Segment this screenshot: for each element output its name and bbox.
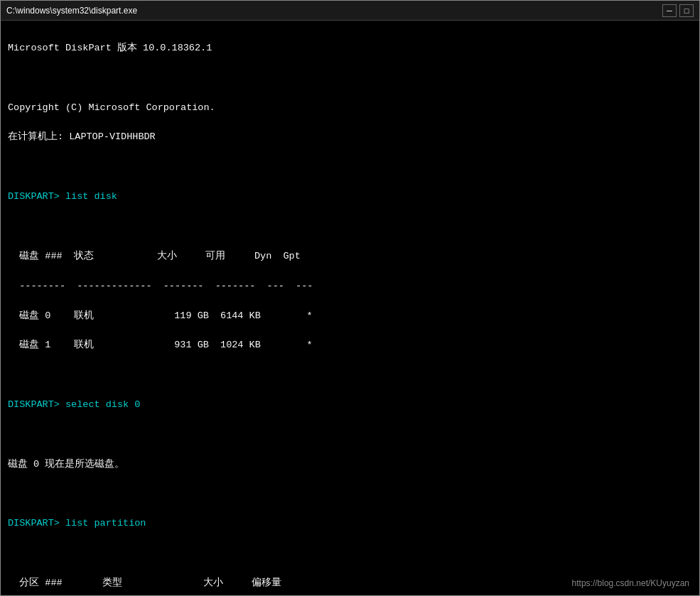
titlebar: C:\windows\system32\diskpart.exe ─ □ xyxy=(1,1,699,21)
disk-selected-line: 磁盘 0 现在是所选磁盘。 xyxy=(8,457,692,472)
cmd1-line: DISKPART> list disk xyxy=(8,190,692,205)
window-title: C:\windows\system32\diskpart.exe xyxy=(6,6,137,16)
maximize-button[interactable]: □ xyxy=(679,4,694,17)
disk1-line: 磁盘 1 联机 931 GB 1024 KB * xyxy=(8,338,692,353)
cmd2-line: DISKPART> select disk 0 xyxy=(8,398,692,413)
empty-line5 xyxy=(8,428,692,443)
empty-line6 xyxy=(8,487,692,502)
disk0-line: 磁盘 0 联机 119 GB 6144 KB * xyxy=(8,309,692,324)
empty-line7 xyxy=(8,546,692,561)
empty-line3 xyxy=(8,220,692,234)
copyright-line: Copyright (C) Microsoft Corporation. xyxy=(8,101,692,116)
minimize-button[interactable]: ─ xyxy=(662,4,677,17)
window: C:\windows\system32\diskpart.exe ─ □ Mic… xyxy=(0,0,700,596)
disk-separator-line: -------- ------------- ------- ------- -… xyxy=(8,279,692,294)
version-line: Microsoft DiskPart 版本 10.0.18362.1 xyxy=(8,41,692,56)
empty-line2 xyxy=(8,160,692,175)
terminal-content: Microsoft DiskPart 版本 10.0.18362.1 Copyr… xyxy=(8,26,692,595)
watermark: https://blog.csdn.net/KUyuyzan xyxy=(572,578,689,588)
computer-line: 在计算机上: LAPTOP-VIDHHBDR xyxy=(8,130,692,145)
empty-line xyxy=(8,71,692,86)
cmd3-line: DISKPART> list partition xyxy=(8,516,692,531)
terminal: Microsoft DiskPart 版本 10.0.18362.1 Copyr… xyxy=(1,21,699,595)
disk-header-line: 磁盘 ### 状态 大小 可用 Dyn Gpt xyxy=(8,249,692,264)
window-controls: ─ □ xyxy=(662,4,694,17)
empty-line4 xyxy=(8,368,692,383)
